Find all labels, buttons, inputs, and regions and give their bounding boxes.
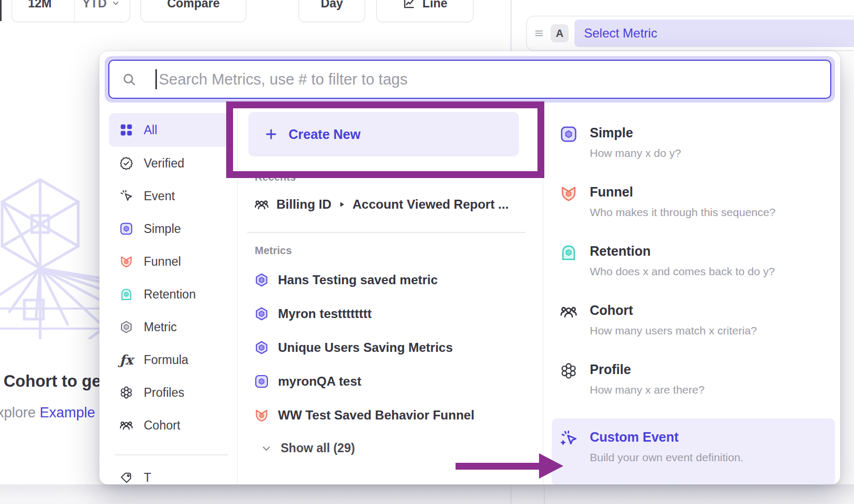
chevron-down-icon bbox=[110, 0, 122, 9]
category-all[interactable]: All bbox=[109, 113, 231, 147]
metric-type-custom-event[interactable]: Custom Event Build your own event defini… bbox=[552, 418, 835, 484]
app-window: 12M YTD Compare Day Line A Select Metric… bbox=[0, 0, 854, 504]
sidebar-divider bbox=[115, 454, 228, 455]
select-metric-button[interactable]: Select Metric bbox=[574, 20, 854, 47]
annotation-arrow-shaft bbox=[456, 463, 540, 470]
category-metric[interactable]: Metric bbox=[109, 311, 231, 343]
empty-state-headline: r Cohort to ge bbox=[0, 372, 101, 391]
tag-icon bbox=[118, 470, 134, 485]
metric-query-row: A Select Metric bbox=[526, 16, 854, 51]
annotation-arrow-head bbox=[539, 453, 563, 479]
verified-seal-icon bbox=[118, 155, 134, 171]
metrics-heading: Metrics bbox=[247, 245, 529, 257]
category-clipped[interactable]: T bbox=[109, 462, 231, 485]
saved-metric-item[interactable]: Hans Testing saved metric bbox=[247, 263, 529, 297]
chart-type-line-button[interactable]: Line bbox=[376, 0, 474, 22]
range-12m-button[interactable]: 12M bbox=[12, 0, 68, 22]
category-cohort[interactable]: Cohort bbox=[109, 409, 231, 442]
funnel-icon bbox=[118, 254, 134, 269]
column-divider bbox=[510, 484, 512, 504]
metric-hexagon-icon bbox=[254, 306, 270, 322]
column-divider bbox=[544, 484, 545, 504]
empty-state-subtext: xplore Example R bbox=[0, 405, 109, 421]
saved-metric-item[interactable]: WW Test Saved Behavior Funnel bbox=[247, 398, 529, 432]
granularity-day-button[interactable]: Day bbox=[299, 0, 365, 22]
search-field[interactable] bbox=[108, 60, 831, 99]
search-input[interactable] bbox=[159, 63, 831, 95]
metric-hexagon-icon bbox=[118, 319, 134, 335]
retention-icon bbox=[118, 286, 134, 302]
metric-type-column: Simple How many x do y? Funnel Who makes… bbox=[543, 106, 840, 484]
formula-fx-icon: ƒx bbox=[118, 352, 134, 368]
custom-event-cursor-icon bbox=[559, 429, 578, 448]
category-funnel[interactable]: Funnel bbox=[109, 245, 231, 278]
grid-icon bbox=[118, 122, 134, 138]
clipped-edge-element bbox=[0, 0, 2, 21]
text-caret bbox=[155, 69, 157, 89]
saved-metrics-list: Hans Testing saved metric Myron testtttt… bbox=[247, 263, 529, 432]
annotation-rectangle bbox=[226, 101, 544, 178]
row-letter-badge: A bbox=[551, 24, 569, 42]
event-cursor-icon bbox=[118, 188, 134, 204]
profiles-flower-icon bbox=[559, 361, 578, 380]
page-bottom-strip bbox=[0, 484, 854, 504]
metric-type-funnel[interactable]: Funnel Who makes it through this sequenc… bbox=[543, 173, 840, 232]
search-icon bbox=[122, 72, 136, 87]
metric-type-profile[interactable]: Profile How many x are there? bbox=[543, 351, 840, 410]
chevron-down-icon bbox=[260, 442, 273, 455]
metric-hexagon-icon bbox=[254, 272, 270, 288]
category-simple[interactable]: Simple bbox=[109, 212, 231, 245]
show-all-button[interactable]: Show all (29) bbox=[247, 435, 529, 462]
simple-metric-icon bbox=[559, 125, 578, 144]
funnel-icon bbox=[559, 184, 578, 203]
line-chart-icon bbox=[402, 0, 416, 10]
metric-type-cohort[interactable]: Cohort How many users match x criteria? bbox=[543, 292, 840, 351]
date-range-control: 12M YTD bbox=[12, 0, 130, 22]
category-verified[interactable]: Verified bbox=[109, 147, 231, 180]
metric-hexagon-icon bbox=[254, 340, 270, 356]
saved-metric-item[interactable]: Myron testttttttt bbox=[247, 297, 529, 331]
category-event[interactable]: Event bbox=[109, 180, 231, 212]
category-retention[interactable]: Retention bbox=[109, 278, 231, 311]
category-formula[interactable]: ƒx Formula bbox=[109, 343, 231, 376]
compare-button[interactable]: Compare bbox=[141, 0, 246, 22]
breadcrumb-arrow-icon bbox=[338, 201, 346, 208]
category-profiles[interactable]: Profiles bbox=[109, 376, 231, 409]
saved-metric-item[interactable]: Unique Users Saving Metrics bbox=[247, 331, 529, 365]
simple-metric-icon bbox=[118, 221, 134, 237]
metric-type-simple[interactable]: Simple How many x do y? bbox=[543, 114, 840, 173]
category-sidebar: All Verified Event Simple Funnel Retenti… bbox=[99, 106, 238, 484]
saved-metric-item[interactable]: myronQA test bbox=[247, 365, 529, 398]
cohort-people-icon bbox=[254, 197, 270, 212]
drag-handle-icon[interactable] bbox=[533, 27, 545, 39]
recent-item[interactable]: Billing ID Account Viewed Report ... bbox=[247, 190, 529, 219]
retention-icon bbox=[559, 243, 578, 262]
list-divider bbox=[247, 232, 526, 233]
range-ytd-button[interactable]: YTD bbox=[74, 0, 130, 22]
cohort-people-icon bbox=[559, 302, 578, 321]
funnel-icon bbox=[254, 407, 270, 423]
profiles-flower-icon bbox=[118, 385, 134, 400]
cohort-people-icon bbox=[118, 417, 134, 433]
metric-type-retention[interactable]: Retention Who does x and comes back to d… bbox=[543, 232, 840, 292]
simple-metric-icon bbox=[254, 374, 270, 389]
